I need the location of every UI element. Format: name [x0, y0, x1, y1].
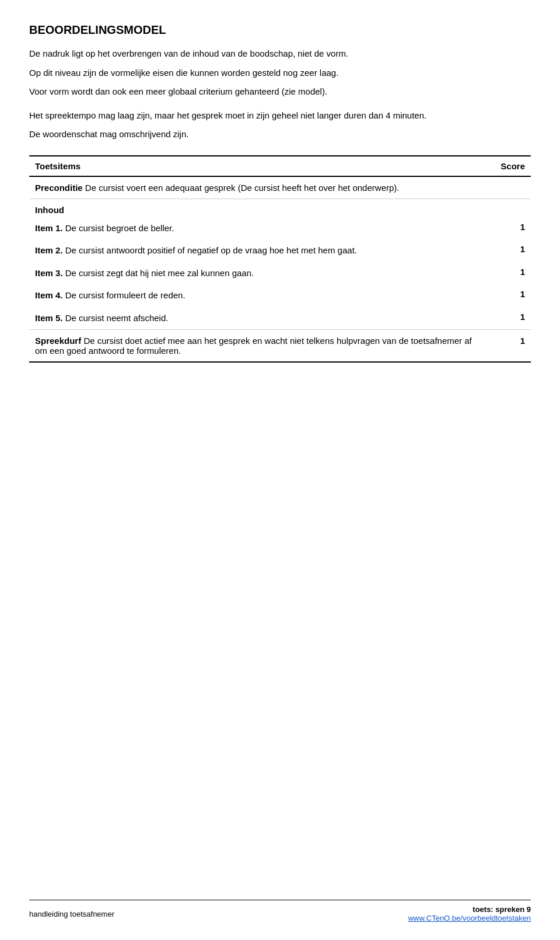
spreekdurf-cell: Spreekdurf De cursist doet actief mee aa…	[29, 330, 478, 363]
footer-left-text: handleiding toetsafnemer	[29, 910, 114, 918]
item-5-score: 1	[478, 307, 531, 330]
footer-toets-label: toets: spreken 9	[473, 905, 531, 914]
col-header-items: Toetsitems	[29, 156, 478, 176]
preconditie-desc: De cursist voert een adequaat gesprek (D…	[85, 183, 400, 193]
table-header-row: Toetsitems Score	[29, 156, 531, 176]
intro-p2: Op dit niveau zijn de vormelijke eisen d…	[29, 67, 531, 80]
intro-block-2: Het spreektempo mag laag zijn, maar het …	[29, 109, 531, 141]
inhoud-title-cell: Inhoud	[29, 199, 531, 217]
intro-p4: Het spreektempo mag laag zijn, maar het …	[29, 109, 531, 123]
item-5-cell: Item 5. De cursist neemt afscheid.	[29, 307, 478, 330]
preconditie-cell: Preconditie De cursist voert een adequaa…	[29, 176, 478, 199]
intro-block: De nadruk ligt op het overbrengen van de…	[29, 47, 531, 99]
footer-link[interactable]: www.CTenO.be/voorbeeldtoetstaken	[408, 914, 531, 922]
preconditie-row: Preconditie De cursist voert een adequaa…	[29, 176, 531, 199]
table-row: Item 3. De cursist zegt dat hij niet mee…	[29, 262, 531, 285]
intro-p1: De nadruk ligt op het overbrengen van de…	[29, 47, 531, 61]
table-row: Item 1. De cursist begroet de beller. 1	[29, 217, 531, 240]
item-4-cell: Item 4. De cursist formuleert de reden.	[29, 284, 478, 307]
intro-p5: De woordenschat mag omschrijvend zijn.	[29, 128, 531, 141]
spreekdurf-desc: De cursist doet actief mee aan het gespr…	[35, 336, 472, 356]
spreekdurf-title: Spreekdurf	[35, 336, 81, 346]
item-2-cell: Item 2. De cursist antwoordt positief of…	[29, 239, 478, 262]
item-4-score: 1	[478, 284, 531, 307]
table-row: Item 4. De cursist formuleert de reden. …	[29, 284, 531, 307]
page-title: BEOORDELINGSMODEL	[29, 23, 531, 37]
spreekdurf-score: 1	[478, 330, 531, 363]
preconditie-score	[478, 176, 531, 199]
intro-p3: Voor vorm wordt dan ook een meer globaal…	[29, 85, 531, 99]
item-3-cell: Item 3. De cursist zegt dat hij niet mee…	[29, 262, 478, 285]
assessment-table: Toetsitems Score Preconditie De cursist …	[29, 155, 531, 363]
footer-right: toets: spreken 9 www.CTenO.be/voorbeeldt…	[408, 905, 531, 922]
inhoud-header-row: Inhoud	[29, 199, 531, 217]
page-footer: handleiding toetsafnemer toets: spreken …	[29, 900, 531, 922]
assessment-table-section: Toetsitems Score Preconditie De cursist …	[29, 155, 531, 363]
table-row: Item 2. De cursist antwoordt positief of…	[29, 239, 531, 262]
item-1-score: 1	[478, 217, 531, 240]
item-3-score: 1	[478, 262, 531, 285]
col-header-score: Score	[478, 156, 531, 176]
spreekdurf-row: Spreekdurf De cursist doet actief mee aa…	[29, 330, 531, 363]
item-2-score: 1	[478, 239, 531, 262]
preconditie-title: Preconditie	[35, 183, 83, 193]
item-1-cell: Item 1. De cursist begroet de beller.	[29, 217, 478, 240]
table-row: Item 5. De cursist neemt afscheid. 1	[29, 307, 531, 330]
